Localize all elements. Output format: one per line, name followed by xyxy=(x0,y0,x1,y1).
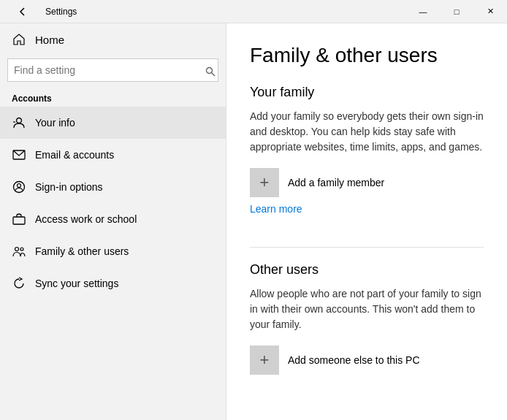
page-title: Family & other users xyxy=(250,44,484,67)
sidebar-item-family[interactable]: Family & other users xyxy=(0,235,226,267)
content-area: Family & other users Your family Add you… xyxy=(226,23,507,420)
sidebar-home-label: Home xyxy=(35,34,64,46)
close-button[interactable]: ✕ xyxy=(473,0,507,23)
titlebar-left: Settings xyxy=(6,0,77,23)
svg-point-9 xyxy=(20,248,23,251)
add-other-user-label: Add someone else to this PC xyxy=(288,354,420,366)
svg-rect-7 xyxy=(13,217,25,224)
work-school-icon xyxy=(12,212,26,226)
sidebar-item-work-school[interactable]: Access work or school xyxy=(0,203,226,235)
svg-line-1 xyxy=(212,73,216,77)
sidebar-item-your-info-label: Your info xyxy=(35,117,75,129)
add-family-label: Add a family member xyxy=(288,177,384,188)
email-icon xyxy=(12,148,26,162)
minimize-button[interactable]: — xyxy=(406,0,440,23)
svg-point-2 xyxy=(17,118,22,123)
svg-point-0 xyxy=(207,68,213,74)
sidebar-item-sign-in[interactable]: Sign-in options xyxy=(0,171,226,203)
window-controls: — □ ✕ xyxy=(406,0,507,23)
window-title: Settings xyxy=(45,7,77,17)
sidebar-item-email-accounts[interactable]: Email & accounts xyxy=(0,139,226,171)
your-info-icon xyxy=(12,115,26,130)
other-users-section-title: Other users xyxy=(250,262,484,278)
family-description: Add your family so everybody gets their … xyxy=(250,109,484,155)
sidebar-item-work-label: Access work or school xyxy=(35,213,137,225)
sidebar-item-sync[interactable]: Sync your settings xyxy=(0,267,226,299)
sidebar-item-your-info[interactable]: Your info xyxy=(0,107,226,139)
sidebar-item-email-label: Email & accounts xyxy=(35,149,114,161)
learn-more-link[interactable]: Learn more xyxy=(250,203,302,215)
maximize-button[interactable]: □ xyxy=(440,0,473,23)
family-section-title: Your family xyxy=(250,85,484,100)
titlebar: Settings — □ ✕ xyxy=(0,0,507,23)
search-input[interactable] xyxy=(7,58,218,82)
sidebar-item-sync-label: Sync your settings xyxy=(35,278,118,289)
add-family-button[interactable]: + xyxy=(250,168,279,197)
search-container xyxy=(0,56,226,88)
add-other-user-row: + Add someone else to this PC xyxy=(250,345,484,375)
sidebar-section-label: Accounts xyxy=(0,88,226,107)
sign-in-icon xyxy=(12,180,26,194)
family-icon xyxy=(12,244,26,259)
sidebar-item-home[interactable]: Home xyxy=(0,23,226,56)
sync-icon xyxy=(12,276,26,291)
home-icon xyxy=(12,32,26,47)
sidebar: Home Accounts Your info xyxy=(0,23,226,420)
add-family-row: + Add a family member xyxy=(250,168,484,197)
other-users-description: Allow people who are not part of your fa… xyxy=(250,286,484,332)
search-icon-button[interactable] xyxy=(205,66,216,77)
back-button[interactable] xyxy=(6,0,39,23)
add-other-user-button[interactable]: + xyxy=(250,345,279,375)
section-divider xyxy=(250,247,484,248)
svg-point-6 xyxy=(18,184,21,188)
main-layout: Home Accounts Your info xyxy=(0,23,507,420)
svg-point-8 xyxy=(15,248,19,251)
sidebar-item-sign-in-label: Sign-in options xyxy=(35,181,103,193)
sidebar-item-family-label: Family & other users xyxy=(35,245,129,257)
